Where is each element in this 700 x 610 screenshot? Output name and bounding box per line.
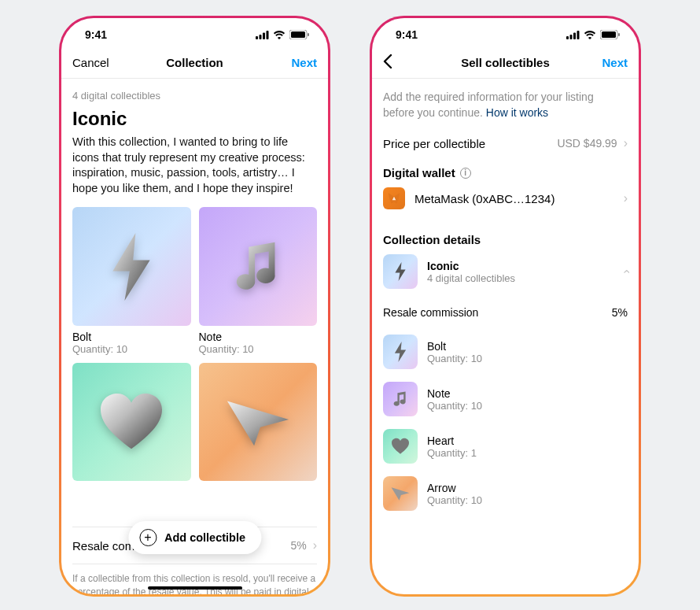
svg-rect-8	[570, 35, 573, 39]
collection-summary-row[interactable]: Iconic 4 digital collectibles ›	[383, 246, 628, 297]
price-row[interactable]: Price per collectible USD $49.99 ›	[383, 120, 628, 166]
phone-sell: 9:41 Sell collectibles Next Add the requ…	[370, 16, 641, 597]
svg-rect-0	[256, 36, 258, 39]
collection-thumb	[383, 254, 418, 289]
plus-icon: +	[139, 529, 157, 546]
tile-name: Note	[199, 331, 318, 343]
svg-rect-9	[573, 32, 576, 39]
status-icons	[256, 30, 309, 39]
list-item-text: Bolt Quantity: 10	[427, 340, 482, 364]
wifi-icon	[584, 31, 596, 39]
status-time: 9:41	[85, 28, 107, 41]
note-icon	[391, 390, 410, 409]
tile-qty: Quantity: 10	[199, 343, 318, 355]
note-icon	[227, 236, 289, 298]
status-time: 9:41	[396, 28, 418, 41]
fab-label: Add collectible	[164, 531, 245, 544]
svg-rect-10	[577, 31, 580, 39]
wallet-row[interactable]: MetaMask (0xABC…1234) ›	[383, 179, 628, 217]
cancel-button[interactable]: Cancel	[72, 56, 109, 69]
svg-rect-2	[263, 32, 265, 39]
resale-label: Resale commission	[383, 306, 478, 319]
heart-art	[72, 363, 191, 482]
wallet-name: MetaMask (0xABC…1234)	[414, 192, 608, 205]
note-thumb	[383, 382, 418, 416]
resale-caption: If a collectible from this collection is…	[72, 572, 317, 594]
arrow-art	[199, 363, 318, 482]
cellular-icon	[566, 31, 580, 39]
list-item-note[interactable]: Note Quantity: 10	[383, 375, 628, 423]
resale-value: 5%	[290, 539, 306, 552]
tile-bolt[interactable]: Bolt Quantity: 10	[72, 207, 191, 355]
phone-collection: 9:41 Cancel Collection Next 4 digital co…	[59, 16, 330, 597]
arrow-icon	[390, 486, 411, 501]
resale-value: 5%	[612, 306, 628, 319]
next-button[interactable]: Next	[291, 56, 317, 69]
price-label: Price per collectible	[383, 137, 485, 150]
chevron-up-icon: ›	[618, 270, 632, 274]
svg-rect-5	[291, 31, 305, 38]
collectible-count: 4 digital collectibles	[72, 90, 317, 102]
heart-icon	[97, 391, 166, 453]
bolt-icon	[393, 262, 407, 281]
chevron-left-icon	[383, 54, 392, 68]
tile-name: Bolt	[72, 331, 191, 343]
status-bar: 9:41	[61, 18, 328, 46]
add-collectible-button[interactable]: + Add collectible	[128, 521, 261, 554]
chevron-right-icon: ›	[624, 191, 628, 205]
collection-description: With this collection, I wanted to bring …	[72, 135, 317, 196]
status-icons	[566, 30, 620, 39]
chevron-right-icon: ›	[313, 538, 317, 553]
info-icon[interactable]: i	[460, 168, 471, 179]
collection-title: Iconic	[72, 108, 317, 130]
wallet-heading: Digital wallet i	[383, 166, 628, 179]
how-it-works-link[interactable]: How it works	[486, 106, 548, 119]
svg-rect-6	[308, 33, 309, 36]
list-item-text: Note Quantity: 10	[427, 387, 482, 412]
status-bar: 9:41	[372, 18, 639, 46]
tile-note[interactable]: Note Quantity: 10	[199, 207, 318, 355]
list-item-bolt[interactable]: Bolt Quantity: 10	[383, 328, 628, 375]
bolt-icon	[105, 233, 157, 301]
resale-commission-row: Resale commission 5%	[383, 297, 628, 328]
tile-qty: Quantity: 10	[72, 343, 191, 355]
wifi-icon	[273, 31, 286, 39]
tile-heart[interactable]	[72, 363, 191, 482]
bolt-art	[72, 207, 191, 326]
collection-summary-text: Iconic 4 digital collectibles	[427, 260, 608, 284]
sell-intro: Add the required information for your li…	[383, 90, 628, 120]
back-button[interactable]	[383, 54, 392, 71]
metamask-icon	[383, 187, 405, 209]
list-item-heart[interactable]: Heart Quantity: 1	[383, 423, 628, 470]
bolt-thumb	[383, 335, 418, 369]
tile-arrow[interactable]	[199, 363, 318, 482]
list-item-arrow[interactable]: Arrow Quantity: 10	[383, 470, 628, 517]
heart-icon	[390, 438, 411, 455]
svg-rect-13	[618, 33, 620, 36]
list-item-text: Arrow Quantity: 10	[427, 482, 482, 506]
svg-rect-3	[267, 31, 269, 39]
next-button[interactable]: Next	[602, 56, 628, 69]
home-indicator[interactable]	[148, 586, 242, 590]
svg-rect-7	[566, 36, 569, 39]
svg-rect-1	[260, 35, 262, 39]
arrow-thumb	[383, 476, 418, 511]
price-value: USD $49.99	[557, 137, 617, 150]
heart-thumb	[383, 429, 418, 464]
bolt-icon	[392, 342, 408, 362]
battery-icon	[600, 30, 620, 39]
note-art	[199, 207, 318, 326]
svg-rect-12	[602, 31, 616, 38]
chevron-right-icon: ›	[624, 136, 628, 150]
battery-icon	[289, 30, 309, 39]
list-item-text: Heart Quantity: 1	[427, 434, 477, 459]
collection-details-heading: Collection details	[383, 233, 628, 246]
page-title: Sell collectibles	[372, 56, 639, 69]
arrow-icon	[223, 394, 293, 449]
collectible-grid: Bolt Quantity: 10 Note Quantity: 10	[72, 207, 317, 481]
cellular-icon	[256, 31, 269, 39]
